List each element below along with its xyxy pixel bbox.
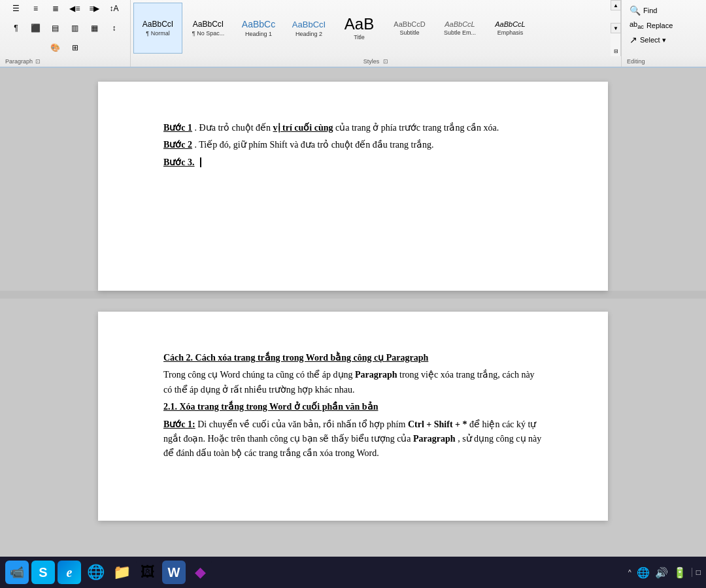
style-subtle-em[interactable]: AaBbCcL Subtle Em... (435, 3, 484, 54)
select-label: Select ▾ (640, 36, 666, 44)
style-normal-preview: AaBbCcI (143, 20, 173, 29)
s21-keys-bold: Ctrl + Shift + * (408, 419, 467, 429)
page-2-content: Cách 2. Cách xóa trang trắng trong Word … (163, 351, 543, 461)
find-label: Find (643, 7, 657, 14)
border-icon[interactable]: ⊞ (66, 39, 84, 57)
style-subtle-em-preview: AaBbCcL (445, 20, 475, 28)
paragraph-buoc2: Bước 2 . Tiếp đó, giữ phím Shift và đưa … (163, 138, 543, 152)
sort-icon[interactable]: ↕A (105, 0, 124, 18)
taskbar-app8[interactable]: ◆ (188, 561, 212, 584)
indent-increase-icon[interactable]: ≡▶ (86, 0, 104, 18)
find-button[interactable]: 🔍 Find (627, 4, 701, 17)
word-icon: W (168, 565, 180, 580)
editing-section: 🔍 Find abac Replace ↗ Select ▾ (621, 0, 706, 56)
page-1-content: Bước 1 . Đưa trỏ chuột đến vị trí cuối c… (163, 121, 543, 170)
replace-icon: abac (630, 20, 644, 30)
align-center-icon[interactable]: ▤ (46, 19, 65, 37)
paragraph-s21-buoc1: Bước 1: Di chuyển về cuối của văn bản, r… (163, 417, 543, 461)
taskbar-skype[interactable]: S (31, 561, 55, 584)
page-1: Bước 1 . Đưa trỏ chuột đến vị trí cuối c… (98, 82, 608, 291)
list-bullet-icon[interactable]: ☰ (7, 0, 25, 18)
cach2-underline: Cách 2. Cách xóa trang trắng trong Word … (163, 353, 428, 363)
replace-label: Replace (647, 22, 673, 29)
volume-icon[interactable]: 🔊 (655, 566, 668, 579)
list-numbered-icon[interactable]: ≡ (27, 0, 45, 18)
show-desktop-button[interactable]: □ (692, 568, 701, 577)
buoc1-text1: . Đưa trỏ chuột đến (195, 123, 273, 133)
select-button[interactable]: ↗ Select ▾ (627, 33, 701, 46)
ribbon-labels: Paragraph ⊡ Styles ⊡ Editing (0, 56, 706, 68)
s21-buoc1-underline: Bước 1: (163, 419, 195, 429)
paragraph-icons: ☰ ≡ ≣ ◀≡ ≡▶ ↕A ¶ ⬛ ▤ ▥ ▦ ↕ 🎨 ⊞ (3, 0, 127, 57)
style-nospace[interactable]: AaBbCcI ¶ No Spac... (184, 3, 233, 54)
paragraph-label: Paragraph (5, 58, 33, 65)
style-subtle-em-label: Subtle Em... (444, 29, 476, 36)
shading-icon[interactable]: 🎨 (46, 39, 65, 57)
taskbar-zoom[interactable]: 📹 (5, 561, 29, 584)
paragraph-desc: Trong công cụ Word chúng ta cũng có thể … (163, 368, 543, 397)
style-h2-preview: AaBbCcI (292, 20, 326, 29)
taskbar-word[interactable]: W (162, 561, 186, 584)
s21-text1: Di chuyển về cuối của văn bản, rồi nhấn … (197, 419, 408, 429)
s21-paragraph-bold: Paragraph (413, 434, 456, 444)
battery-icon[interactable]: 🔋 (673, 566, 686, 579)
align-right-icon[interactable]: ▥ (66, 19, 84, 37)
taskbar-chrome[interactable]: 🌐 (84, 561, 107, 584)
taskbar-explorer[interactable]: 📁 (110, 561, 133, 584)
paragraph-section-label-area: Paragraph ⊡ (0, 56, 131, 67)
align-left-icon[interactable]: ⬛ (27, 19, 45, 37)
styles-label: Styles (363, 58, 380, 65)
styles-section: AaBbCcI ¶ Normal AaBbCcI ¶ No Spac... Aa… (131, 0, 611, 56)
editing-section-label-area: Editing (621, 56, 706, 67)
style-emphasis-label: Emphasis (497, 29, 524, 36)
app8-icon: ◆ (195, 564, 206, 581)
zoom-icon: 📹 (10, 565, 24, 580)
styles-expand-button[interactable]: ⊟ (611, 46, 621, 56)
style-subtitle[interactable]: AaBbCcD Subtitle (385, 3, 434, 54)
line-spacing-icon[interactable]: ↕ (105, 19, 124, 37)
scroll-down-button[interactable]: ▼ (611, 23, 621, 33)
style-heading2[interactable]: AaBbCcI Heading 2 (284, 3, 333, 54)
align-justify-icon[interactable]: ▦ (86, 19, 104, 37)
style-h2-label: Heading 2 (295, 31, 322, 37)
paragraph-expand-icon[interactable]: ⊡ (35, 58, 41, 65)
document-area[interactable]: Bước 1 . Đưa trỏ chuột đến vị trí cuối c… (0, 69, 706, 557)
taskbar-photos[interactable]: 🖼 (136, 561, 160, 584)
styles-expand-icon[interactable]: ⊡ (383, 58, 388, 65)
style-nospace-preview: AaBbCcI (193, 20, 224, 29)
list-multilevel-icon[interactable]: ≣ (46, 0, 65, 18)
paragraph-cach2: Cách 2. Cách xóa trang trắng trong Word … (163, 351, 543, 365)
style-subtitle-preview: AaBbCcD (394, 20, 425, 28)
taskbar: 📹 S e 🌐 📁 🖼 W ◆ ^ 🌐 🔊 🔋 □ (0, 557, 706, 588)
buoc2-bold: Bước 2 (163, 140, 195, 150)
network-icon[interactable]: 🌐 (637, 566, 650, 579)
scroll-up-button[interactable]: ▲ (611, 0, 621, 10)
buoc1-bold: Bước 1 (163, 123, 195, 133)
photos-icon: 🖼 (141, 564, 155, 581)
replace-button[interactable]: abac Replace (627, 19, 701, 31)
taskbar-right: ^ 🌐 🔊 🔋 □ (628, 566, 701, 579)
indent-decrease-icon[interactable]: ◀≡ (66, 0, 84, 18)
buoc2-text: . Tiếp đó, giữ phím Shift và đưa trỏ chu… (195, 140, 434, 150)
style-emphasis-preview: AaBbCcL (495, 20, 525, 28)
buoc1-underline: Bước 1 (163, 123, 192, 133)
buoc1-vitri-underline: vị trí cuối cùng (273, 123, 333, 133)
taskbar-edge[interactable]: e (58, 561, 81, 584)
desc-paragraph-bold: Paragraph (355, 370, 397, 380)
skype-icon: S (39, 565, 47, 580)
chevron-icon[interactable]: ^ (628, 569, 631, 576)
ribbon: ☰ ≡ ≣ ◀≡ ≡▶ ↕A ¶ ⬛ ▤ ▥ ▦ ↕ 🎨 ⊞ (0, 0, 706, 69)
find-icon: 🔍 (630, 5, 641, 16)
style-heading1[interactable]: AaBbCc Heading 1 (234, 3, 283, 54)
styles-section-label-area: Styles ⊡ (131, 58, 621, 65)
style-normal[interactable]: AaBbCcI ¶ Normal (133, 3, 182, 54)
style-title[interactable]: AaB Title (335, 3, 384, 54)
style-emphasis[interactable]: AaBbCcL Emphasis (486, 3, 535, 54)
p21-underline: 2.1. Xóa trang trắng trong Word ở cuối p… (163, 402, 378, 412)
style-h1-preview: AaBbCc (242, 19, 275, 29)
style-subtitle-label: Subtitle (399, 29, 419, 36)
pilcrow-icon[interactable]: ¶ (7, 19, 25, 37)
style-title-preview: AaB (345, 16, 374, 33)
buoc3-bold: Bước 3. (163, 157, 197, 167)
s21-buoc1-bold: Bước 1: (163, 419, 197, 429)
